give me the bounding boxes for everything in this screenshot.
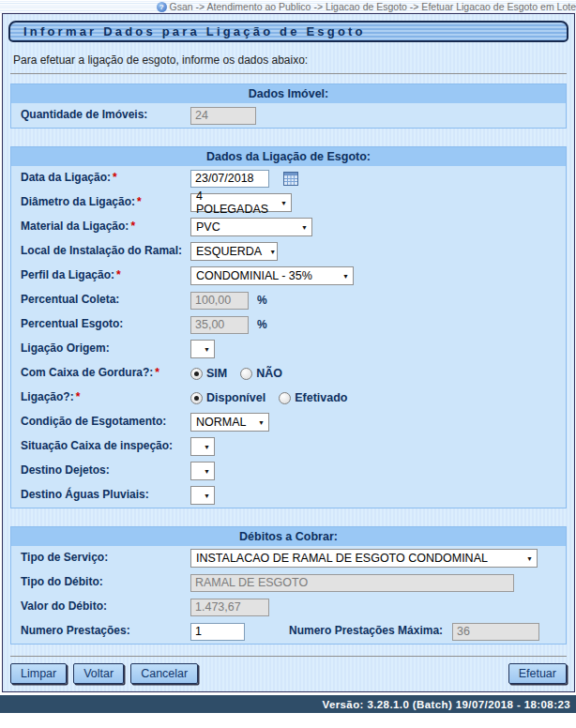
row-diametro: Diâmetro da Ligação:* 4 POLEGADAS▼ — [11, 190, 566, 215]
tipo-debito-field — [190, 574, 514, 592]
percentual-coleta-label: Percentual Coleta: — [21, 293, 190, 308]
page-title: Informar Dados para Ligação de Esgoto — [23, 24, 366, 38]
calendar-icon[interactable] — [283, 172, 298, 186]
dropdown-arrow-icon: ▼ — [204, 346, 210, 353]
row-numero-prestacoes: Numero Prestações: Numero Prestações Máx… — [11, 619, 566, 644]
caixa-gordura-option-sim[interactable]: SIM — [206, 367, 227, 380]
dropdown-arrow-icon: ▼ — [204, 493, 210, 499]
dropdown-arrow-icon: ▼ — [269, 249, 276, 255]
condicao-esgotamento-select[interactable]: NORMAL▼ — [190, 413, 269, 432]
caixa-gordura-radio-nao[interactable] — [240, 368, 252, 380]
bottom-divider — [10, 656, 567, 657]
data-ligacao-input[interactable] — [190, 170, 269, 188]
ligacao-origem-select[interactable]: ▼ — [190, 340, 215, 358]
row-local-ramal: Local de Instalação do Ramal: ESQUERDA▼ — [11, 239, 566, 264]
dropdown-arrow-icon: ▼ — [526, 555, 533, 562]
dropdown-arrow-icon: ▼ — [204, 444, 210, 450]
action-buttons: Limpar Voltar Cancelar Efetuar — [10, 663, 567, 684]
dropdown-arrow-icon: ▼ — [258, 419, 265, 426]
row-tipo-servico: Tipo de Serviço: INSTALACAO DE RAMAL DE … — [11, 546, 566, 570]
row-data-ligacao: Data da Ligação:* — [11, 166, 566, 190]
situacao-caixa-select[interactable]: ▼ — [190, 437, 215, 456]
row-quantidade-imoveis: Quantidade de Imóveis: — [11, 103, 566, 128]
voltar-button[interactable]: Voltar — [73, 663, 124, 684]
version-bar: Versão: 3.28.1.0 (Batch) 19/07/2018 - 18… — [0, 695, 576, 713]
ligacao-origem-label: Ligação Origem: — [21, 341, 190, 356]
row-ligacao-origem: Ligação Origem: ▼ — [11, 337, 566, 361]
percentual-coleta-field — [190, 292, 249, 310]
panel-dados-ligacao-title: Dados da Ligação de Esgoto: — [11, 147, 566, 166]
destino-pluviais-select[interactable]: ▼ — [190, 486, 215, 505]
data-ligacao-label: Data da Ligação:* — [21, 171, 190, 186]
diametro-label: Diâmetro da Ligação:* — [21, 195, 190, 210]
dropdown-arrow-icon: ▼ — [280, 200, 287, 206]
instruction-text: Para efetuar a ligação de esgoto, inform… — [13, 53, 567, 67]
row-destino-pluviais: Destino Águas Pluviais: ▼ — [11, 483, 566, 508]
ligacao-status-label: Ligação?:* — [21, 390, 190, 405]
destino-pluviais-label: Destino Águas Pluviais: — [21, 488, 190, 503]
panel-dados-imovel: Dados Imóvel: Quantidade de Imóveis: — [10, 83, 567, 129]
dropdown-arrow-icon: ▼ — [342, 273, 349, 280]
required-marker: * — [130, 220, 135, 233]
caixa-gordura-option-nao[interactable]: NÃO — [256, 367, 282, 380]
quantidade-imoveis-field — [190, 107, 256, 125]
row-percentual-esgoto: Percentual Esgoto: % — [11, 312, 566, 337]
required-marker: * — [137, 195, 142, 208]
panel-debitos-title: Débitos a Cobrar: — [11, 527, 566, 546]
help-icon[interactable]: ? — [157, 2, 167, 12]
percentual-esgoto-label: Percentual Esgoto: — [21, 317, 190, 332]
percent-sign: % — [257, 318, 267, 331]
numero-prestacoes-input[interactable] — [190, 623, 245, 641]
numero-prestacoes-label: Numero Prestações: — [21, 624, 190, 639]
efetuar-button[interactable]: Efetuar — [508, 663, 567, 684]
row-caixa-gordura: Com Caixa de Gordura?:* SIM NÃO — [11, 361, 566, 386]
quantidade-imoveis-label: Quantidade de Imóveis: — [21, 108, 190, 123]
ligacao-radio-disponivel[interactable] — [190, 392, 203, 404]
destino-dejetos-select[interactable]: ▼ — [190, 462, 215, 480]
numero-prestacoes-maxima-label: Numero Prestações Máxima: — [289, 624, 447, 639]
local-ramal-label: Local de Instalação do Ramal: — [21, 244, 190, 259]
breadcrumb[interactable]: Gsan -> Atendimento ao Publico -> Ligaca… — [170, 1, 576, 12]
perfil-select[interactable]: CONDOMINIAL - 35%▼ — [190, 266, 354, 285]
dropdown-arrow-icon: ▼ — [301, 224, 308, 231]
situacao-caixa-label: Situação Caixa de inspeção: — [21, 439, 190, 454]
material-select[interactable]: PVC▼ — [190, 218, 312, 236]
valor-debito-label: Valor do Débito: — [21, 599, 190, 614]
required-marker: * — [76, 390, 81, 403]
required-marker: * — [155, 366, 159, 379]
row-ligacao-status: Ligação?:* Disponível Efetivado — [11, 386, 566, 410]
required-marker: * — [116, 268, 121, 281]
row-material: Material da Ligação:* PVC▼ — [11, 215, 566, 239]
version-text: Versão: 3.28.1.0 (Batch) 19/07/2018 - 18… — [322, 699, 570, 710]
ligacao-option-disponivel[interactable]: Disponível — [206, 391, 265, 404]
page-title-bar: Informar Dados para Ligação de Esgoto — [8, 21, 568, 42]
required-marker: * — [113, 171, 117, 184]
row-valor-debito: Valor do Débito: — [11, 595, 566, 619]
tipo-servico-label: Tipo de Serviço: — [21, 551, 190, 566]
panel-dados-ligacao: Dados da Ligação de Esgoto: Data da Liga… — [10, 146, 567, 508]
row-situacao-caixa: Situação Caixa de inspeção: ▼ — [11, 434, 566, 459]
row-destino-dejetos: Destino Dejetos: ▼ — [11, 459, 566, 483]
diametro-select[interactable]: 4 POLEGADAS▼ — [190, 193, 292, 212]
row-condicao-esgotamento: Condição de Esgotamento: NORMAL▼ — [11, 410, 566, 434]
ligacao-option-efetivado[interactable]: Efetivado — [295, 391, 347, 404]
caixa-gordura-radio-sim[interactable] — [190, 368, 203, 380]
row-tipo-debito: Tipo do Débito: — [11, 570, 566, 595]
panel-dados-imovel-title: Dados Imóvel: — [11, 84, 566, 103]
percentual-esgoto-field — [190, 316, 249, 334]
row-percentual-coleta: Percentual Coleta: % — [11, 288, 566, 312]
limpar-button[interactable]: Limpar — [10, 663, 67, 684]
tipo-servico-select[interactable]: INSTALACAO DE RAMAL DE ESGOTO CONDOMINAL… — [190, 549, 538, 568]
dropdown-arrow-icon: ▼ — [204, 468, 210, 475]
local-ramal-select[interactable]: ESQUERDA▼ — [190, 242, 278, 261]
perfil-label: Perfil da Ligação:* — [21, 268, 190, 283]
breadcrumb-bar: ? Gsan -> Atendimento ao Publico -> Liga… — [0, 0, 576, 13]
tipo-debito-label: Tipo do Débito: — [21, 575, 190, 590]
percent-sign: % — [257, 294, 267, 307]
page-frame: Informar Dados para Ligação de Esgoto Pa… — [2, 13, 575, 692]
top-divider — [10, 73, 567, 74]
destino-dejetos-label: Destino Dejetos: — [21, 463, 190, 478]
cancelar-button[interactable]: Cancelar — [130, 663, 198, 684]
material-label: Material da Ligação:* — [21, 220, 190, 235]
ligacao-radio-efetivado[interactable] — [279, 392, 291, 404]
